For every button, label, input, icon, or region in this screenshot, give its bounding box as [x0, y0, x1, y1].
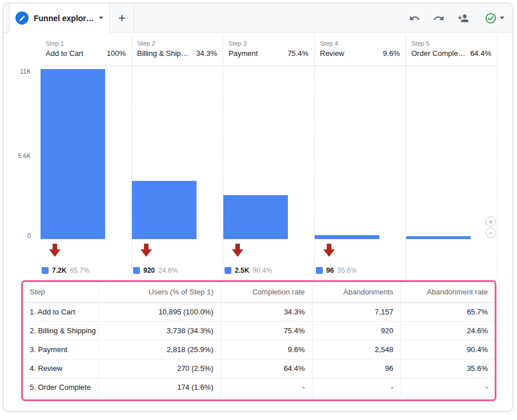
abandonment-arrow-icon: [231, 244, 244, 257]
add-people-button[interactable]: [456, 11, 471, 25]
col-header-users[interactable]: Users (% of Step 1): [98, 282, 221, 302]
tab-bar: Funnel explor… +: [3, 3, 512, 33]
tab-funnel-exploration[interactable]: Funnel explor…: [9, 3, 110, 33]
abandonment-value: 2.5K: [235, 266, 249, 274]
abandonment-legend: 96 35.6%: [316, 266, 356, 274]
cell-users: 174 (1.6%): [98, 378, 221, 397]
funnel-bar[interactable]: [223, 195, 288, 239]
funnel-step-header: Step 3 Payment 75.4%: [223, 36, 314, 66]
funnel-step-header: Step 2 Billing & Ship… 34.3%: [132, 36, 223, 66]
abandonment-rate: 65.7%: [70, 266, 89, 274]
funnel-step-column-1: Step 1 Add to Cart 100% 7.2K 65.7%: [41, 36, 132, 280]
cell-step: 5. Order Complete: [23, 378, 98, 397]
cell-users: 2,818 (25.9%): [98, 340, 221, 359]
add-people-icon: [457, 13, 470, 24]
funnel-bar[interactable]: [406, 236, 471, 239]
legend-color-swatch: [316, 267, 323, 274]
tab-dropdown-caret-icon[interactable]: [99, 17, 103, 19]
table-row[interactable]: 2. Billing & Shipping 3,738 (34.3%) 75.4…: [23, 321, 495, 340]
cell-abandonment-rate: -: [400, 378, 495, 397]
funnel-step-header: Step 4 Review 9.6%: [315, 36, 406, 66]
step-number-label: Step 3: [229, 40, 308, 47]
zoom-out-button[interactable]: −: [486, 228, 496, 238]
cell-step: 2. Billing & Shipping: [23, 321, 98, 340]
cell-abandonments: 96: [312, 359, 400, 378]
step-number-label: Step 5: [411, 40, 491, 47]
zoom-in-button[interactable]: +: [486, 216, 496, 227]
legend-color-swatch: [225, 267, 231, 274]
cell-step: 1. Add to Cart: [23, 302, 98, 321]
y-axis-tick: 5.6K: [7, 152, 31, 159]
abandonment-legend: 7.2K 65.7%: [42, 266, 89, 274]
funnel-step-column-3: Step 3 Payment 75.4% 2.5K 90.4%: [223, 36, 315, 280]
saved-check-icon: [484, 12, 497, 25]
cell-abandonment-rate: 90.4%: [400, 340, 495, 359]
funnel-step-column-5: Step 5 Order Comple… 64.4%: [406, 36, 498, 280]
funnel-data-table: Step Users (% of Step 1) Completion rate…: [23, 282, 495, 397]
cell-abandonment-rate: 24.6%: [400, 321, 495, 340]
cell-abandonments: 2,548: [312, 340, 400, 359]
abandonment-value: 920: [143, 266, 155, 274]
funnel-bar[interactable]: [41, 69, 105, 239]
cell-completion-rate: -: [221, 378, 312, 397]
table-row[interactable]: 3. Payment 2,818 (25.9%) 9.6% 2,548 90.4…: [23, 340, 495, 359]
abandonment-legend: 2.5K 90.4%: [225, 266, 272, 274]
cell-abandonment-rate: 65.7%: [400, 302, 495, 321]
funnel-chart: 11K 5.6K 0 Step 1 Add to Cart 100% 7.2K …: [3, 33, 512, 280]
funnel-table-highlight: Step Users (% of Step 1) Completion rate…: [21, 280, 496, 401]
step-name-label: Review: [320, 49, 344, 58]
step-rate-label: 9.6%: [383, 49, 400, 58]
cell-users: 10,895 (100.0%): [98, 302, 221, 321]
table-row[interactable]: 1. Add to Cart 10,895 (100.0%) 34.3% 7,1…: [23, 302, 495, 321]
cell-abandonments: -: [312, 378, 400, 397]
abandonment-arrow-icon: [49, 244, 61, 257]
cell-abandonments: 7,157: [312, 302, 400, 321]
step-rate-label: 100%: [107, 49, 126, 58]
legend-color-swatch: [42, 267, 49, 274]
cell-completion-rate: 34.3%: [221, 302, 312, 321]
abandonment-legend: 920 24.6%: [133, 266, 178, 274]
funnel-step-header: Step 1 Add to Cart 100%: [41, 36, 131, 66]
step-number-label: Step 1: [46, 40, 126, 47]
abandonment-arrow-icon: [140, 244, 153, 257]
add-tab-button[interactable]: +: [110, 3, 134, 33]
abandonment-rate: 90.4%: [253, 266, 272, 274]
cell-abandonments: 920: [312, 321, 400, 340]
step-rate-label: 75.4%: [287, 49, 308, 58]
cell-step: 3. Payment: [23, 340, 98, 359]
table-row[interactable]: 5. Order Complete 174 (1.6%) - - -: [23, 378, 495, 397]
funnel-step-column-4: Step 4 Review 9.6% 96 35.6%: [315, 36, 406, 280]
col-header-abandonments[interactable]: Abandonments: [312, 282, 400, 302]
exploration-pencil-icon: [15, 11, 29, 25]
table-row[interactable]: 4. Review 270 (2.5%) 64.4% 96 35.6%: [23, 359, 495, 378]
cell-completion-rate: 64.4%: [221, 359, 312, 378]
step-number-label: Step 4: [320, 40, 400, 47]
funnel-step-header: Step 5 Order Comple… 64.4%: [406, 36, 497, 66]
step-name-label: Billing & Ship…: [137, 49, 189, 58]
step-number-label: Step 2: [137, 40, 217, 47]
undo-button[interactable]: [408, 11, 422, 25]
y-axis-tick: 11K: [7, 68, 31, 75]
toolbar-actions: [408, 3, 504, 33]
cell-completion-rate: 75.4%: [221, 321, 312, 340]
funnel-step-column-2: Step 2 Billing & Ship… 34.3% 920 24.6%: [132, 36, 223, 280]
cell-users: 3,738 (34.3%): [98, 321, 221, 340]
saved-status-control[interactable]: [484, 12, 504, 25]
cell-users: 270 (2.5%): [98, 359, 221, 378]
cell-step: 4. Review: [23, 359, 98, 378]
col-header-completion-rate[interactable]: Completion rate: [221, 282, 312, 302]
table-header-row: Step Users (% of Step 1) Completion rate…: [23, 282, 495, 302]
status-caret-icon[interactable]: [500, 17, 504, 19]
abandonment-value: 7.2K: [52, 266, 66, 274]
redo-button[interactable]: [432, 11, 446, 25]
cell-abandonment-rate: 35.6%: [400, 359, 495, 378]
funnel-bar[interactable]: [315, 235, 379, 239]
funnel-bar[interactable]: [132, 181, 197, 239]
step-rate-label: 64.4%: [470, 49, 491, 58]
legend-color-swatch: [133, 267, 140, 274]
step-rate-label: 34.3%: [196, 49, 217, 58]
abandonment-arrow-icon: [323, 244, 335, 257]
undo-icon: [409, 13, 420, 24]
col-header-step[interactable]: Step: [23, 282, 98, 302]
col-header-abandonment-rate[interactable]: Abandonment rate: [400, 282, 495, 302]
